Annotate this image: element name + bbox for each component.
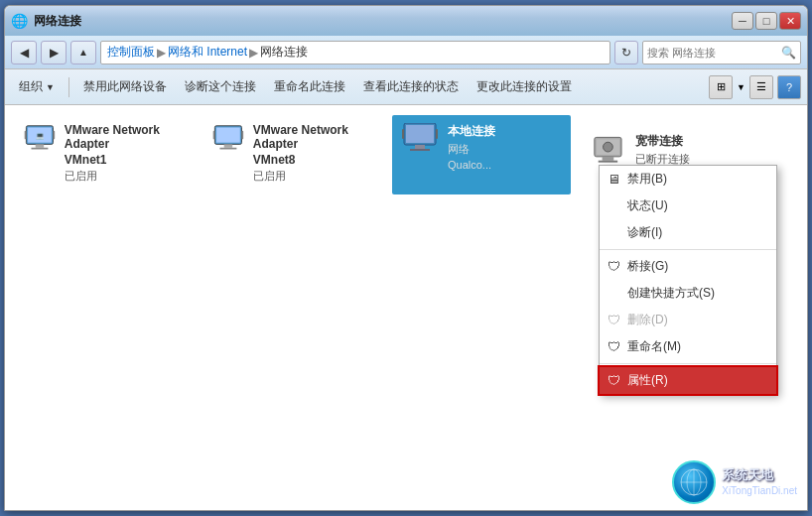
toolbar: 组织 ▼ 禁用此网络设备 诊断这个连接 重命名此连接 查看此连接的状态 更改此连…	[5, 69, 807, 105]
ctx-status-icon	[606, 198, 621, 214]
toolbar-diagnose[interactable]: 诊断这个连接	[177, 75, 264, 98]
svg-rect-10	[241, 131, 243, 139]
svg-rect-18	[410, 149, 430, 151]
ctx-sep-1	[600, 249, 776, 250]
ctx-disable[interactable]: 🖥 禁用(B)	[600, 166, 776, 193]
organize-chevron: ▼	[46, 82, 55, 92]
vmnet8-name: VMware Network Adapter	[253, 123, 374, 151]
vmnet1-info: VMware Network Adapter VMnet1 已启用	[65, 123, 186, 184]
svg-rect-4	[36, 144, 44, 147]
vmnet1-name: VMware Network Adapter	[65, 123, 186, 151]
ctx-sep-2	[600, 363, 776, 364]
ctx-properties[interactable]: 🛡 属性(R)	[600, 367, 776, 394]
broadband-name: 宽带连接	[635, 133, 751, 150]
toolbar-change-settings[interactable]: 更改此连接的设置	[469, 75, 580, 98]
svg-rect-2	[25, 131, 27, 139]
svg-rect-9	[213, 131, 215, 139]
broadband-icon	[589, 133, 627, 169]
svg-rect-17	[415, 145, 425, 149]
svg-rect-8	[216, 127, 240, 142]
breadcrumb[interactable]: 控制面板 ▶ 网络和 Internet ▶ 网络连接	[100, 41, 610, 64]
breadcrumb-current: 网络连接	[260, 44, 308, 61]
watermark-logo	[672, 460, 716, 504]
watermark: 系统天地 XiTongTianDi.net	[672, 460, 797, 504]
toolbar-view-icons: ⊞ ▼ ☰ ?	[709, 75, 801, 99]
organize-label: 组织	[19, 78, 43, 95]
svg-rect-22	[599, 161, 617, 163]
ctx-status[interactable]: 状态(U)	[600, 193, 776, 219]
svg-rect-16	[436, 129, 438, 139]
search-icon: 🔍	[781, 46, 796, 60]
ctx-rename[interactable]: 🛡 重命名(M)	[600, 333, 776, 360]
window-controls: ─ □ ✕	[732, 12, 801, 30]
view-details-button[interactable]: ☰	[749, 75, 773, 99]
watermark-en: XiTongTianDi.net	[722, 484, 797, 497]
titlebar: 🌐 网络连接 ─ □ ✕	[5, 6, 807, 36]
watermark-globe-icon	[679, 467, 709, 497]
svg-rect-11	[224, 144, 232, 147]
back-button[interactable]: ◀	[11, 41, 37, 64]
network-item-vmnet1[interactable]: 💻 VMware Network Adapter VMnet1 已启用	[15, 115, 194, 194]
network-item-vmnet8[interactable]: VMware Network Adapter VMnet8 已启用	[203, 115, 382, 194]
vmnet8-name2: VMnet8	[253, 153, 374, 167]
toolbar-disable-network[interactable]: 禁用此网络设备	[75, 75, 175, 98]
view-icon-button[interactable]: ⊞	[709, 75, 733, 99]
vmnet8-info: VMware Network Adapter VMnet8 已启用	[253, 123, 374, 184]
ctx-shortcut-icon	[606, 286, 621, 302]
content-area: 💻 VMware Network Adapter VMnet1 已启用	[5, 105, 807, 510]
vmnet1-status: 已启用	[65, 169, 186, 184]
ctx-rename-icon: 🛡	[606, 339, 621, 355]
maximize-button[interactable]: □	[755, 12, 777, 30]
search-input[interactable]	[647, 47, 777, 59]
toolbar-separator-1	[68, 77, 69, 97]
breadcrumb-network-internet[interactable]: 网络和 Internet	[168, 44, 247, 61]
context-menu: 🖥 禁用(B) 状态(U) 诊断(I) 🛡 桥接(G) 创建快捷方式(S)	[599, 165, 777, 395]
forward-button[interactable]: ▶	[41, 41, 67, 64]
local-name: 本地连接	[448, 123, 495, 140]
toolbar-view-status[interactable]: 查看此连接的状态	[355, 75, 467, 98]
ctx-diagnose[interactable]: 诊断(I)	[600, 219, 776, 246]
watermark-text: 系统天地 XiTongTianDi.net	[722, 467, 797, 497]
vmnet8-status: 已启用	[253, 169, 374, 184]
ctx-delete[interactable]: 🛡 删除(D)	[600, 307, 776, 333]
toolbar-organize[interactable]: 组织 ▼	[11, 75, 63, 98]
close-button[interactable]: ✕	[779, 12, 801, 30]
svg-rect-15	[402, 129, 404, 139]
local-icon	[400, 123, 440, 159]
local-status: Qualco...	[448, 159, 495, 171]
help-button[interactable]: ?	[777, 75, 801, 99]
svg-rect-5	[31, 148, 48, 150]
ctx-bridge[interactable]: 🛡 桥接(G)	[600, 253, 776, 280]
view-chevron[interactable]: ▼	[737, 82, 745, 92]
addressbar: ◀ ▶ ▲ 控制面板 ▶ 网络和 Internet ▶ 网络连接 ↻ 🔍	[5, 36, 807, 69]
toolbar-rename[interactable]: 重命名此连接	[266, 75, 353, 98]
svg-rect-21	[603, 157, 614, 161]
network-item-local[interactable]: 本地连接 网络 Qualco...	[392, 115, 571, 194]
vmnet1-icon: 💻	[23, 123, 57, 159]
ctx-bridge-icon: 🛡	[606, 259, 621, 275]
svg-point-23	[604, 142, 613, 152]
refresh-button[interactable]: ↻	[614, 41, 638, 64]
minimize-button[interactable]: ─	[732, 12, 753, 30]
ctx-diagnose-icon	[606, 225, 621, 241]
ctx-properties-icon: 🛡	[606, 373, 621, 389]
svg-rect-14	[406, 125, 434, 143]
local-info: 本地连接 网络 Qualco...	[448, 123, 495, 171]
main-window: 🌐 网络连接 ─ □ ✕ ◀ ▶ ▲ 控制面板 ▶ 网络和 Internet ▶…	[4, 5, 808, 511]
up-button[interactable]: ▲	[70, 41, 96, 64]
ctx-shortcut[interactable]: 创建快捷方式(S)	[600, 280, 776, 307]
local-type: 网络	[448, 142, 495, 157]
svg-rect-12	[219, 148, 236, 150]
breadcrumb-control-panel[interactable]: 控制面板	[107, 44, 155, 61]
svg-rect-3	[53, 131, 55, 139]
vmnet8-icon	[211, 123, 245, 159]
vmnet1-name2: VMnet1	[65, 153, 186, 167]
svg-text:💻: 💻	[36, 131, 45, 140]
ctx-delete-icon: 🛡	[606, 313, 621, 328]
search-box[interactable]: 🔍	[642, 41, 801, 64]
ctx-disable-icon: 🖥	[606, 172, 621, 188]
watermark-cn: 系统天地	[722, 467, 797, 484]
window-title: 网络连接	[34, 13, 81, 30]
